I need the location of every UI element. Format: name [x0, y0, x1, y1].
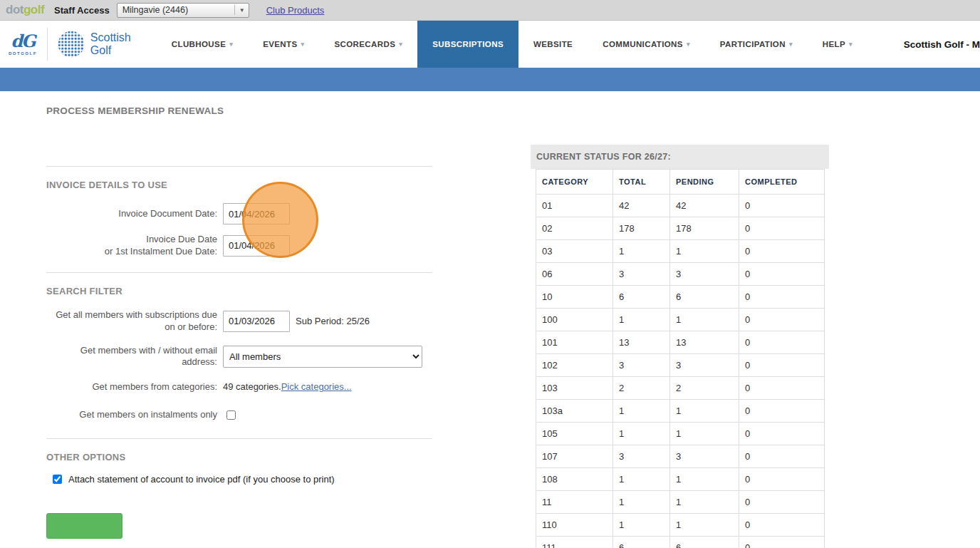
app-root: dotgolf Staff Access Milngavie (2446) ▼ … [0, 0, 980, 548]
instalments-row: Get members on instalments only [46, 409, 432, 421]
staff-access-label: Staff Access [54, 5, 110, 16]
golf-text: Golf [90, 44, 131, 57]
table-cell: 0 [739, 263, 825, 286]
table-cell: 178 [670, 217, 739, 240]
chevron-down-icon: ▾ [789, 41, 793, 48]
nav-item-scorecards[interactable]: SCORECARDS▾ [319, 21, 417, 68]
table-cell: 0 [739, 491, 825, 514]
dotgolf-wordmark: dotgolf [6, 3, 44, 17]
invoice-document-date-row: Invoice Document Date: [46, 203, 432, 224]
table-cell: 6 [670, 286, 739, 309]
subscriptions-due-date-input[interactable] [223, 311, 290, 332]
table-cell: 0 [739, 468, 825, 491]
club-products-link[interactable]: Club Products [266, 5, 325, 16]
email-filter-select[interactable]: All members [223, 346, 422, 368]
table-cell: 0 [739, 400, 825, 423]
nav-item-label: SUBSCRIPTIONS [432, 40, 504, 48]
status-table: CATEGORYTOTALPENDINGCOMPLETED 0142420021… [536, 169, 825, 548]
brand-area: dG DOTGOLF Scottish Golf [0, 21, 141, 68]
table-row: 107330 [536, 445, 825, 468]
table-cell: 1 [613, 240, 670, 263]
scottish-golf-text: Scottish Golf [90, 31, 131, 56]
nav-item-label: WEBSITE [533, 40, 573, 48]
table-row: 0142420 [536, 195, 825, 217]
status-column-header: PENDING [670, 170, 739, 195]
dotgolf-logo[interactable]: dG DOTGOLF [9, 33, 37, 56]
table-cell: 0 [739, 354, 825, 377]
table-cell: 3 [670, 263, 739, 286]
table-cell: 101 [536, 331, 613, 354]
instalments-checkbox[interactable] [226, 410, 236, 420]
table-row: 06330 [536, 263, 825, 286]
table-row: 105110 [536, 423, 825, 445]
invoice-document-date-input[interactable] [223, 203, 290, 224]
table-cell: 42 [613, 195, 670, 217]
table-cell: 178 [613, 217, 670, 240]
nav-item-label: CLUBHOUSE [172, 40, 226, 48]
email-filter-label-line1: Get members with / without email [46, 345, 217, 357]
nav-item-help[interactable]: HELP▾ [808, 21, 867, 68]
sub-period-text: Sub Period: 25/26 [296, 316, 370, 326]
chevron-down-icon: ▾ [301, 41, 305, 48]
table-cell: 1 [613, 514, 670, 537]
nav-item-events[interactable]: EVENTS▾ [248, 21, 319, 68]
invoice-due-date-label-line1: Invoice Due Date [46, 234, 217, 246]
chevron-down-icon: ▾ [849, 41, 853, 48]
attach-statement-checkbox[interactable] [53, 475, 62, 484]
nav-item-label: SCORECARDS [334, 40, 395, 48]
other-options-heading: OTHER OPTIONS [46, 452, 432, 462]
nav-item-participation[interactable]: PARTICIPATION▾ [705, 21, 808, 68]
nav-item-website[interactable]: WEBSITE [518, 21, 588, 68]
divider [46, 438, 432, 439]
table-cell: 11 [536, 491, 613, 514]
categories-row: Get members from categories: 49 categori… [46, 381, 432, 393]
table-cell: 3 [613, 263, 670, 286]
email-filter-row: Get members with / without email address… [46, 345, 432, 369]
table-cell: 3 [613, 445, 670, 468]
table-cell: 100 [536, 309, 613, 331]
invoice-due-date-label-line2: or 1st Instalment Due Date: [46, 246, 217, 258]
table-row: 103220 [536, 377, 825, 400]
nav-item-communications[interactable]: COMMUNICATIONS▾ [588, 21, 705, 68]
table-cell: 0 [739, 445, 825, 468]
logo-text-dot: dot [6, 3, 24, 16]
nav-menu: CLUBHOUSE▾EVENTS▾SCORECARDS▾SUBSCRIPTION… [157, 21, 867, 68]
table-cell: 01 [536, 195, 613, 217]
table-cell: 1 [670, 240, 739, 263]
table-cell: 42 [670, 195, 739, 217]
status-column-header: TOTAL [613, 170, 670, 195]
attach-statement-label: Attach statement of account to invoice p… [68, 474, 335, 485]
renewals-form: PROCESS MEMBERSHIP RENEWALS INVOICE DETA… [46, 105, 432, 539]
table-cell: 107 [536, 445, 613, 468]
table-cell: 1 [613, 423, 670, 445]
submit-button[interactable] [46, 513, 123, 539]
invoice-due-date-row: Invoice Due Date or 1st Instalment Due D… [46, 234, 432, 258]
club-select-dropdown[interactable]: Milngavie (2446) ▼ [117, 3, 249, 18]
table-cell: 13 [613, 331, 670, 354]
invoice-due-date-input[interactable] [223, 235, 290, 257]
dotgolf-caption: DOTGOLF [9, 51, 37, 56]
invoice-document-date-label: Invoice Document Date: [46, 208, 217, 220]
nav-item-subscriptions[interactable]: SUBSCRIPTIONS [417, 21, 518, 68]
table-cell: 2 [670, 377, 739, 400]
pick-categories-link[interactable]: Pick categories... [281, 381, 352, 392]
table-cell: 103a [536, 400, 613, 423]
table-cell: 1 [613, 468, 670, 491]
table-row: 11110 [536, 491, 825, 514]
table-cell: 1 [613, 400, 670, 423]
blue-banner [0, 68, 980, 91]
club-name-text: Scottish Golf - M [904, 39, 980, 50]
table-cell: 108 [536, 468, 613, 491]
scottish-golf-logo[interactable]: Scottish Golf [58, 31, 131, 58]
scottish-text: Scottish [90, 31, 131, 44]
invoice-due-date-label: Invoice Due Date or 1st Instalment Due D… [46, 234, 217, 258]
nav-item-clubhouse[interactable]: CLUBHOUSE▾ [157, 21, 248, 68]
table-cell: 6 [613, 286, 670, 309]
dotgolf-mark: dG [9, 33, 37, 50]
table-cell: 1 [670, 468, 739, 491]
chevron-down-icon: ▾ [229, 41, 233, 48]
status-panel: CURRENT STATUS FOR 26/27: CATEGORYTOTALP… [531, 145, 829, 548]
categories-count-text: 49 categories. [223, 381, 281, 392]
table-cell: 1 [670, 309, 739, 331]
table-cell: 0 [739, 309, 825, 331]
